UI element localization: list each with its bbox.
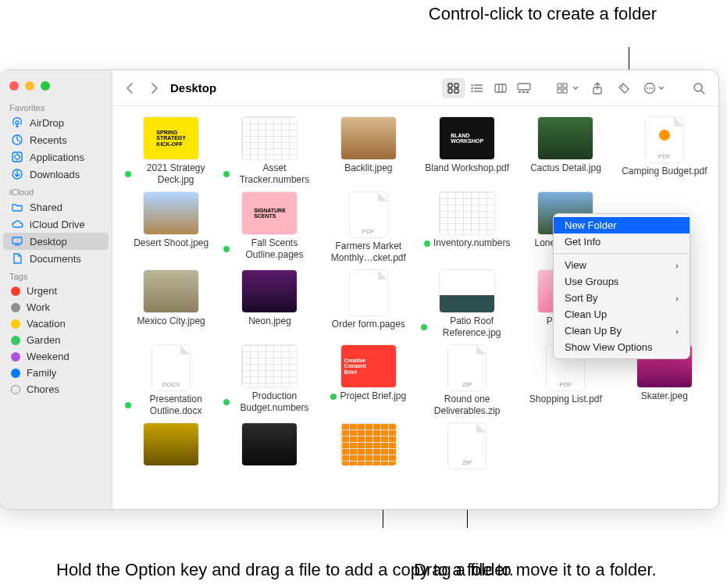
tag-indicator-icon (223, 399, 230, 405)
file-item[interactable]: PDFFarmers Market Monthly…cket.pdf (321, 191, 416, 265)
tag-dot-icon (11, 385, 20, 394)
file-name: Neon.jpeg (248, 315, 291, 327)
file-item[interactable]: Backlit.jpeg (321, 116, 416, 187)
sidebar-item-icloud-drive[interactable]: iCloud Drive (3, 216, 109, 233)
menu-item-use-groups[interactable]: Use Groups (554, 273, 690, 290)
sidebar-item-work[interactable]: Work (3, 299, 109, 315)
svg-rect-16 (495, 84, 506, 92)
file-item[interactable]: Patio Roof Reference.jpg (419, 269, 515, 340)
forward-button[interactable] (144, 78, 164, 98)
search-button[interactable] (687, 78, 711, 98)
view-gallery-button[interactable] (512, 78, 536, 98)
menu-item-label: Show View Options (565, 341, 653, 353)
sidebar-item-family[interactable]: Family (3, 365, 109, 381)
file-item[interactable]: Inventory.numbers (419, 191, 515, 265)
svg-point-31 (649, 87, 650, 89)
menu-item-sort-by[interactable]: Sort By› (554, 290, 690, 306)
sidebar-item-airdrop[interactable]: AirDrop (3, 114, 109, 131)
file-item[interactable]: Production Budget.numbers (222, 344, 317, 419)
svg-rect-26 (563, 89, 567, 93)
file-thumbnail (242, 345, 297, 387)
group-by-button[interactable] (553, 78, 583, 98)
close-window-button[interactable] (9, 81, 19, 91)
file-name: Fall Scents Outline.pages (233, 237, 315, 261)
file-item[interactable]: Cactus Detail.jpg (518, 116, 613, 187)
file-name: Inventory.numbers (433, 237, 511, 249)
file-name: Presentation Outline.docx (134, 394, 217, 417)
menu-item-show-view-options[interactable]: Show View Options (554, 339, 690, 355)
file-thumbnail (242, 117, 297, 159)
file-item[interactable]: ZIP (419, 422, 515, 473)
file-item[interactable]: Mexico City.jpeg (123, 269, 219, 340)
file-thumbnail (242, 423, 297, 465)
sidebar-item-chores[interactable]: Chores (3, 381, 109, 397)
menu-item-new-folder[interactable]: New Folder (554, 217, 690, 233)
sidebar-item-desktop[interactable]: Desktop (3, 233, 109, 250)
sidebar-item-weekend[interactable]: Weekend (3, 348, 109, 365)
svg-point-0 (16, 121, 19, 124)
sidebar-item-urgent[interactable]: Urgent (3, 283, 109, 299)
file-thumbnail (350, 270, 387, 315)
file-thumbnail (242, 270, 297, 312)
sidebar-section-header: iCloud (0, 183, 112, 198)
menu-item-label: Sort By (565, 292, 598, 304)
file-item[interactable]: Order form.pages (321, 269, 416, 340)
sidebar-item-applications[interactable]: Applications (3, 148, 109, 166)
file-item[interactable]: ZIPRound one Deliverables.zip (419, 344, 515, 419)
download-icon (11, 168, 23, 180)
view-icon-button[interactable] (442, 78, 465, 98)
sidebar-item-shared[interactable]: Shared (3, 198, 109, 216)
sidebar-item-recents[interactable]: Recents (3, 131, 109, 148)
svg-rect-22 (526, 91, 529, 93)
file-thumbnail: PDF (646, 117, 683, 162)
back-button[interactable] (120, 78, 141, 98)
file-item[interactable]: DOCXPresentation Outline.docx (123, 344, 219, 419)
callout-bottom-right: Drag a file to move it to a folder. (414, 559, 657, 581)
file-item[interactable]: SIGNATURE SCENTSFall Scents Outline.page… (222, 191, 317, 265)
tag-indicator-icon (330, 394, 337, 400)
file-item[interactable]: Neon.jpeg (222, 269, 317, 340)
zoom-window-button[interactable] (41, 81, 50, 91)
share-button[interactable] (586, 78, 609, 98)
svg-rect-21 (522, 91, 525, 93)
file-thumbnail: PDF (350, 192, 387, 237)
sidebar-item-vacation[interactable]: Vacation (3, 315, 109, 332)
file-name: Skater.jpeg (641, 390, 688, 402)
sidebar-item-documents[interactable]: Documents (3, 250, 109, 267)
tags-button[interactable] (612, 78, 636, 98)
file-thumbnail (144, 192, 198, 234)
view-column-button[interactable] (489, 78, 512, 98)
file-item[interactable]: Desert Shoot.jpeg (123, 191, 219, 265)
file-item[interactable]: SPRING STRATEGY KICK-OFF2021 Strategy De… (123, 116, 219, 187)
sidebar-item-downloads[interactable]: Downloads (3, 166, 109, 183)
file-item[interactable]: Creative Consent BriefProject Brief.jpg (321, 344, 416, 419)
svg-rect-7 (454, 84, 458, 87)
menu-item-clean-up[interactable]: Clean Up (554, 306, 690, 323)
file-thumbnail: ZIP (448, 423, 486, 469)
file-thumbnail (144, 270, 198, 312)
sidebar-item-garden[interactable]: Garden (3, 332, 109, 348)
menu-item-view[interactable]: View› (554, 257, 690, 273)
svg-point-13 (471, 84, 472, 85)
svg-point-32 (651, 87, 653, 89)
menu-item-get-info[interactable]: Get Info (554, 233, 690, 250)
file-item[interactable]: BLAND WORKSHOPBland Workshop.pdf (419, 116, 515, 187)
svg-rect-4 (12, 237, 22, 244)
sidebar-section-header: Favorites (0, 98, 112, 114)
menu-item-label: Clean Up By (565, 325, 622, 337)
file-name: Production Budget.numbers (233, 390, 315, 414)
file-item[interactable] (321, 422, 416, 473)
sidebar-item-label: Recents (30, 134, 67, 146)
file-item[interactable] (123, 422, 219, 473)
sidebar-item-label: Desktop (30, 236, 67, 248)
file-name: 2021 Strategy Deck.jpg (134, 162, 217, 186)
file-item[interactable] (222, 422, 317, 473)
more-button[interactable] (639, 78, 668, 98)
view-list-button[interactable] (465, 78, 489, 98)
menu-item-clean-up-by[interactable]: Clean Up By› (554, 323, 690, 339)
file-item[interactable]: PDFCamping Budget.pdf (617, 116, 712, 187)
minimize-window-button[interactable] (25, 81, 34, 91)
sidebar: FavoritesAirDropRecentsApplicationsDownl… (0, 70, 112, 509)
file-item[interactable]: Asset Tracker.numbers (222, 116, 317, 187)
menu-item-label: New Folder (565, 219, 616, 231)
